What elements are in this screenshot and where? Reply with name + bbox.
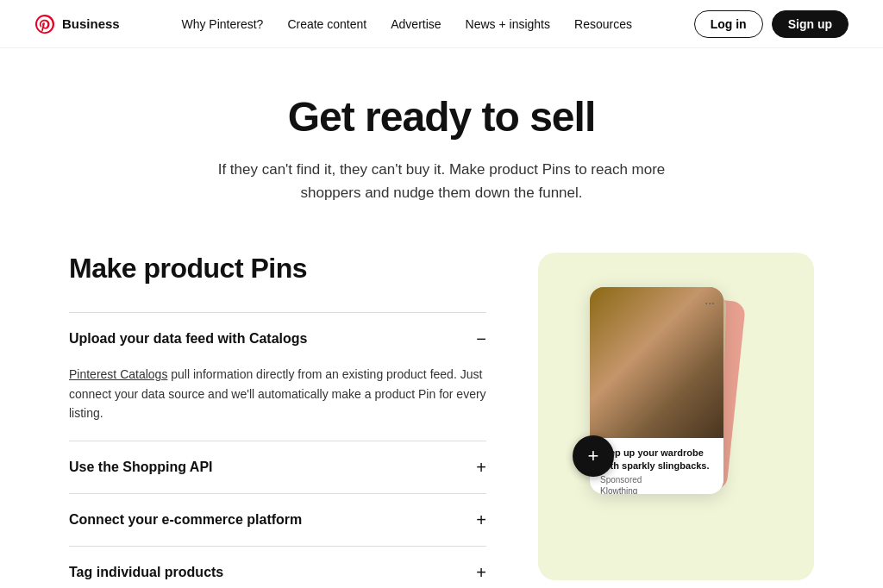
nav-link-create-content[interactable]: Create content (287, 17, 366, 31)
nav-link-news-insights[interactable]: News + insights (466, 17, 550, 31)
left-panel: Make product Pins Upload your data feed … (69, 253, 486, 588)
accordion-icon-shopping-api: + (476, 459, 486, 476)
login-button[interactable]: Log in (694, 10, 763, 38)
pinterest-logo-icon (34, 14, 55, 34)
accordion-catalogs: Upload your data feed with Catalogs − Pi… (69, 312, 486, 440)
hero-section: Get ready to sell If they can't find it,… (0, 48, 883, 235)
pin-card-title: Step up your wardrobe with sparkly sling… (600, 447, 713, 472)
accordion-title-shopping-api: Use the Shopping API (69, 460, 213, 475)
signup-button[interactable]: Sign up (772, 10, 849, 38)
main-content: Make product Pins Upload your data feed … (0, 235, 883, 588)
right-panel: ··· Step up your wardrobe with sparkly s… (538, 253, 814, 580)
section-title: Make product Pins (69, 253, 486, 285)
accordion-icon-catalogs: − (476, 330, 486, 347)
logo[interactable]: Business (34, 14, 120, 34)
accordion-tag-products: Tag individual products + (69, 546, 486, 588)
accordion-header-tag-products[interactable]: Tag individual products + (69, 547, 486, 588)
accordion-text-catalogs: Pinterest Catalogs pull information dire… (69, 365, 486, 422)
accordion-header-ecommerce[interactable]: Connect your e-commerce platform + (69, 494, 486, 546)
logo-text: Business (62, 16, 120, 31)
pin-card-brand: Klowthing (600, 486, 713, 494)
accordion-title-ecommerce: Connect your e-commerce platform (69, 512, 302, 528)
nav-actions: Log in Sign up (694, 10, 849, 38)
accordion-title-tag-products: Tag individual products (69, 565, 223, 580)
catalogs-link[interactable]: Pinterest Catalogs (69, 367, 167, 381)
hero-title: Get ready to sell (34, 93, 849, 141)
accordion-icon-tag-products: + (476, 564, 486, 581)
pin-card-options-icon: ··· (705, 296, 715, 310)
accordion-icon-ecommerce: + (476, 511, 486, 529)
pins-mockup: ··· Step up your wardrobe with sparkly s… (590, 287, 762, 546)
nav-link-advertise[interactable]: Advertise (391, 17, 441, 31)
nav-link-resources[interactable]: Resources (574, 17, 632, 31)
navbar: Business Why Pinterest? Create content A… (0, 0, 883, 48)
pin-card-image: ··· (590, 287, 723, 438)
accordion-shopping-api: Use the Shopping API + (69, 441, 486, 493)
accordion-title-catalogs: Upload your data feed with Catalogs (69, 331, 307, 347)
accordion-header-shopping-api[interactable]: Use the Shopping API + (69, 441, 486, 493)
pin-plus-icon: + (588, 447, 599, 466)
hero-subtitle: If they can't find it, they can't buy it… (217, 158, 666, 204)
accordion-header-catalogs[interactable]: Upload your data feed with Catalogs − (69, 313, 486, 365)
accordion-body-catalogs: Pinterest Catalogs pull information dire… (69, 365, 486, 440)
nav-link-why-pinterest[interactable]: Why Pinterest? (181, 17, 263, 31)
accordion-ecommerce: Connect your e-commerce platform + (69, 493, 486, 546)
pin-card-sponsored: Sponsored (600, 475, 713, 485)
nav-links: Why Pinterest? Create content Advertise … (181, 17, 632, 31)
